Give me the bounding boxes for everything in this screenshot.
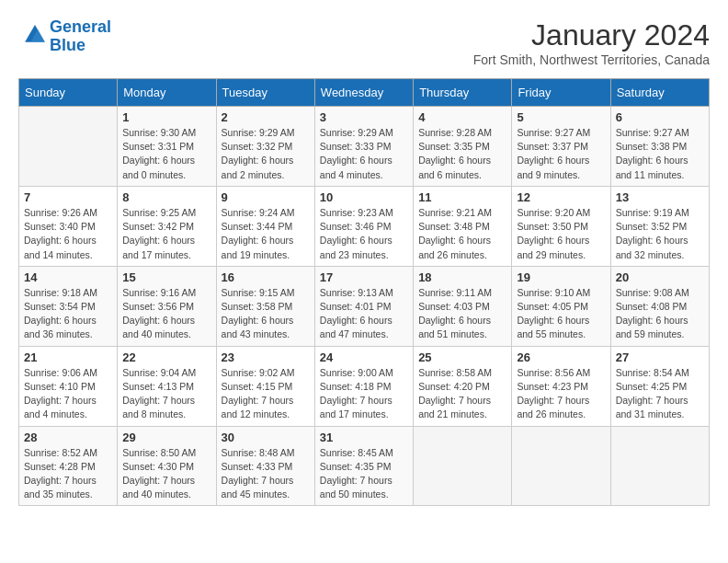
page-header: General Blue January 2024 Fort Smith, No… — [18, 18, 710, 67]
day-info: Sunrise: 9:02 AM Sunset: 4:15 PM Dayligh… — [222, 366, 310, 422]
calendar-cell: 19Sunrise: 9:10 AM Sunset: 4:05 PM Dayli… — [512, 266, 610, 346]
calendar-cell: 30Sunrise: 8:48 AM Sunset: 4:33 PM Dayli… — [216, 426, 314, 506]
calendar-cell: 9Sunrise: 9:24 AM Sunset: 3:44 PM Daylig… — [216, 186, 314, 266]
week-row-2: 7Sunrise: 9:26 AM Sunset: 3:40 PM Daylig… — [19, 186, 710, 266]
day-info: Sunrise: 8:54 AM Sunset: 4:25 PM Dayligh… — [616, 366, 704, 422]
calendar-cell: 24Sunrise: 9:00 AM Sunset: 4:18 PM Dayli… — [314, 346, 413, 426]
day-info: Sunrise: 9:24 AM Sunset: 3:44 PM Dayligh… — [222, 206, 310, 262]
day-number: 17 — [320, 270, 408, 284]
day-of-week-thursday: Thursday — [414, 79, 512, 107]
calendar-cell: 26Sunrise: 8:56 AM Sunset: 4:23 PM Dayli… — [512, 346, 610, 426]
logo: General Blue — [18, 18, 111, 55]
calendar-cell: 6Sunrise: 9:27 AM Sunset: 3:38 PM Daylig… — [610, 107, 709, 187]
day-info: Sunrise: 8:50 AM Sunset: 4:30 PM Dayligh… — [122, 446, 210, 502]
day-number: 2 — [222, 110, 310, 124]
day-of-week-friday: Friday — [512, 79, 610, 107]
logo-text: General Blue — [50, 18, 111, 55]
calendar-cell: 15Sunrise: 9:16 AM Sunset: 3:56 PM Dayli… — [118, 266, 216, 346]
day-info: Sunrise: 9:20 AM Sunset: 3:50 PM Dayligh… — [517, 206, 605, 262]
day-info: Sunrise: 9:29 AM Sunset: 3:32 PM Dayligh… — [222, 126, 310, 182]
calendar-cell: 12Sunrise: 9:20 AM Sunset: 3:50 PM Dayli… — [512, 186, 610, 266]
calendar-cell: 8Sunrise: 9:25 AM Sunset: 3:42 PM Daylig… — [118, 186, 216, 266]
calendar-cell: 25Sunrise: 8:58 AM Sunset: 4:20 PM Dayli… — [414, 346, 512, 426]
day-number: 3 — [320, 110, 408, 124]
location: Fort Smith, Northwest Territories, Canad… — [473, 52, 710, 67]
logo-line2: Blue — [50, 36, 85, 54]
calendar-cell: 17Sunrise: 9:13 AM Sunset: 4:01 PM Dayli… — [314, 266, 413, 346]
day-number: 30 — [222, 431, 310, 444]
calendar-cell: 21Sunrise: 9:06 AM Sunset: 4:10 PM Dayli… — [19, 346, 118, 426]
day-number: 24 — [320, 350, 408, 364]
day-info: Sunrise: 8:48 AM Sunset: 4:33 PM Dayligh… — [222, 446, 310, 502]
day-info: Sunrise: 8:52 AM Sunset: 4:28 PM Dayligh… — [24, 446, 112, 502]
day-number: 27 — [616, 350, 704, 364]
month-title: January 2024 — [473, 18, 710, 52]
day-info: Sunrise: 9:00 AM Sunset: 4:18 PM Dayligh… — [320, 366, 408, 422]
calendar-cell — [414, 426, 512, 506]
calendar-cell: 4Sunrise: 9:28 AM Sunset: 3:35 PM Daylig… — [414, 107, 512, 187]
day-info: Sunrise: 8:45 AM Sunset: 4:35 PM Dayligh… — [320, 446, 408, 502]
day-number: 21 — [24, 350, 112, 364]
day-info: Sunrise: 9:26 AM Sunset: 3:40 PM Dayligh… — [24, 206, 112, 262]
calendar-cell: 11Sunrise: 9:21 AM Sunset: 3:48 PM Dayli… — [414, 186, 512, 266]
day-number: 12 — [517, 190, 605, 204]
calendar-cell: 27Sunrise: 8:54 AM Sunset: 4:25 PM Dayli… — [610, 346, 709, 426]
day-info: Sunrise: 9:11 AM Sunset: 4:03 PM Dayligh… — [418, 286, 506, 342]
day-of-week-monday: Monday — [118, 79, 216, 107]
day-number: 5 — [517, 110, 605, 124]
day-number: 28 — [24, 431, 112, 444]
week-row-1: 1Sunrise: 9:30 AM Sunset: 3:31 PM Daylig… — [19, 107, 710, 187]
day-number: 15 — [122, 270, 210, 284]
day-of-week-saturday: Saturday — [610, 79, 709, 107]
day-number: 8 — [122, 190, 210, 204]
day-info: Sunrise: 9:21 AM Sunset: 3:48 PM Dayligh… — [418, 206, 506, 262]
day-info: Sunrise: 9:19 AM Sunset: 3:52 PM Dayligh… — [616, 206, 704, 262]
day-info: Sunrise: 9:04 AM Sunset: 4:13 PM Dayligh… — [122, 366, 210, 422]
calendar-cell: 16Sunrise: 9:15 AM Sunset: 3:58 PM Dayli… — [216, 266, 314, 346]
day-of-week-wednesday: Wednesday — [314, 79, 413, 107]
calendar-cell — [19, 107, 118, 187]
logo-line1: General — [50, 17, 111, 36]
day-number: 4 — [418, 110, 506, 124]
title-block: January 2024 Fort Smith, Northwest Terri… — [473, 18, 710, 67]
calendar-cell: 23Sunrise: 9:02 AM Sunset: 4:15 PM Dayli… — [216, 346, 314, 426]
day-number: 29 — [122, 431, 210, 444]
week-row-4: 21Sunrise: 9:06 AM Sunset: 4:10 PM Dayli… — [19, 346, 710, 426]
calendar-cell: 20Sunrise: 9:08 AM Sunset: 4:08 PM Dayli… — [610, 266, 709, 346]
calendar-cell: 5Sunrise: 9:27 AM Sunset: 3:37 PM Daylig… — [512, 107, 610, 187]
day-info: Sunrise: 9:30 AM Sunset: 3:31 PM Dayligh… — [122, 126, 210, 182]
day-info: Sunrise: 9:06 AM Sunset: 4:10 PM Dayligh… — [24, 366, 112, 422]
day-number: 13 — [616, 190, 704, 204]
day-number: 22 — [122, 350, 210, 364]
day-info: Sunrise: 9:27 AM Sunset: 3:37 PM Dayligh… — [517, 126, 605, 182]
day-number: 20 — [616, 270, 704, 284]
day-number: 25 — [418, 350, 506, 364]
day-info: Sunrise: 9:08 AM Sunset: 4:08 PM Dayligh… — [616, 286, 704, 342]
calendar-cell: 18Sunrise: 9:11 AM Sunset: 4:03 PM Dayli… — [414, 266, 512, 346]
day-info: Sunrise: 9:18 AM Sunset: 3:54 PM Dayligh… — [24, 286, 112, 342]
day-number: 10 — [320, 190, 408, 204]
day-info: Sunrise: 9:16 AM Sunset: 3:56 PM Dayligh… — [122, 286, 210, 342]
calendar-cell: 22Sunrise: 9:04 AM Sunset: 4:13 PM Dayli… — [118, 346, 216, 426]
day-number: 1 — [122, 110, 210, 124]
calendar-cell: 2Sunrise: 9:29 AM Sunset: 3:32 PM Daylig… — [216, 107, 314, 187]
day-number: 14 — [24, 270, 112, 284]
day-number: 23 — [222, 350, 310, 364]
day-info: Sunrise: 8:58 AM Sunset: 4:20 PM Dayligh… — [418, 366, 506, 422]
day-of-week-tuesday: Tuesday — [216, 79, 314, 107]
calendar-cell: 10Sunrise: 9:23 AM Sunset: 3:46 PM Dayli… — [314, 186, 413, 266]
calendar-cell: 14Sunrise: 9:18 AM Sunset: 3:54 PM Dayli… — [19, 266, 118, 346]
calendar-cell: 13Sunrise: 9:19 AM Sunset: 3:52 PM Dayli… — [610, 186, 709, 266]
day-info: Sunrise: 9:10 AM Sunset: 4:05 PM Dayligh… — [517, 286, 605, 342]
calendar-cell — [512, 426, 610, 506]
logo-icon — [22, 22, 48, 48]
calendar-cell: 31Sunrise: 8:45 AM Sunset: 4:35 PM Dayli… — [314, 426, 413, 506]
calendar-cell: 28Sunrise: 8:52 AM Sunset: 4:28 PM Dayli… — [19, 426, 118, 506]
calendar-cell: 7Sunrise: 9:26 AM Sunset: 3:40 PM Daylig… — [19, 186, 118, 266]
day-number: 18 — [418, 270, 506, 284]
day-info: Sunrise: 9:27 AM Sunset: 3:38 PM Dayligh… — [616, 126, 704, 182]
day-number: 6 — [616, 110, 704, 124]
day-info: Sunrise: 9:13 AM Sunset: 4:01 PM Dayligh… — [320, 286, 408, 342]
day-of-week-sunday: Sunday — [19, 79, 118, 107]
day-info: Sunrise: 9:29 AM Sunset: 3:33 PM Dayligh… — [320, 126, 408, 182]
